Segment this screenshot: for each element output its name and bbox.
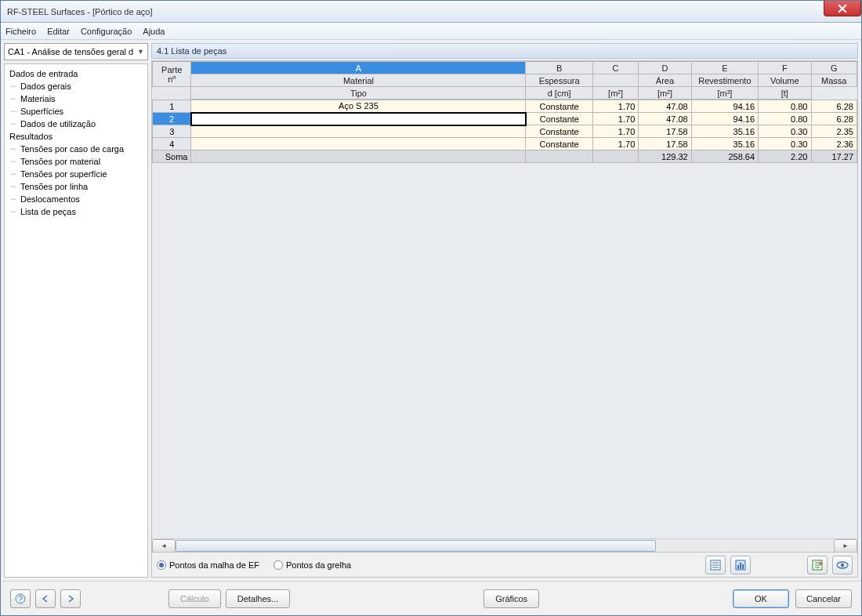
scroll-right-icon[interactable]: ►	[834, 539, 857, 553]
tree-item[interactable]: Tensões por caso de carga	[6, 143, 146, 155]
tree-item[interactable]: Superfícies	[6, 105, 146, 118]
col-G[interactable]: G	[811, 62, 857, 74]
calc-button[interactable]: Cálculo	[168, 589, 221, 608]
next-button[interactable]	[60, 589, 81, 608]
hdr-massa[interactable]: Massa	[811, 74, 857, 87]
table-row: 4 Constante 1.70 17.58 35.16 0.30 2.36	[153, 138, 857, 150]
radio-fe-points[interactable]: Pontos da malha de EF	[157, 560, 259, 570]
ok-button[interactable]: OK	[733, 589, 789, 608]
table-row: 3 Constante 1.70 17.58 35.16 0.30 2.35	[153, 125, 857, 138]
scroll-track[interactable]	[176, 539, 834, 553]
graphics-button[interactable]: Gráficos	[484, 589, 539, 608]
grid-container: Partenº A B C D E F G Material Espessura…	[151, 60, 858, 553]
toolbar-icon-2[interactable]	[730, 556, 751, 574]
nav-tree[interactable]: Dados de entrada Dados gerais Materiais …	[4, 63, 148, 578]
menu-config[interactable]: Configuração	[81, 27, 132, 36]
chevron-down-icon: ▼	[137, 48, 144, 56]
chart-icon	[735, 560, 746, 571]
sheet-icon	[710, 560, 721, 571]
tree-item[interactable]: Tensões por linha	[6, 180, 146, 193]
tree-group-input[interactable]: Dados de entrada	[6, 67, 146, 80]
svg-rect-2	[737, 565, 739, 569]
toolbar-icon-1[interactable]	[705, 556, 726, 574]
scrollbar-horizontal[interactable]: ◄ ►	[152, 538, 857, 552]
eye-icon	[836, 560, 849, 570]
help-button[interactable]: ?	[10, 589, 31, 608]
panel-header: 4.1 Lista de peças	[151, 43, 858, 59]
case-combo[interactable]: CA1 - Análise de tensões geral d ▼	[4, 43, 148, 60]
scroll-thumb[interactable]	[176, 540, 656, 552]
hdr-area[interactable]: Área	[639, 74, 691, 87]
tree-item[interactable]: Lista de peças	[6, 205, 146, 218]
app-window: RF-STEEL Surfaces - [Pórtico de aço] Fic…	[0, 0, 862, 616]
tree-item[interactable]: Tensões por superfície	[6, 168, 146, 180]
menu-file[interactable]: Ficheiro	[5, 27, 36, 36]
tree-item[interactable]: Materiais	[6, 92, 146, 105]
hdr-rev[interactable]: Revestimento	[691, 74, 758, 87]
hdr-massa-u[interactable]: [t]	[759, 87, 811, 100]
next-icon	[65, 593, 76, 604]
prev-icon	[40, 593, 51, 604]
tree-item[interactable]: Dados de utilização	[6, 118, 146, 130]
data-grid[interactable]: Partenº A B C D E F G Material Espessura…	[152, 61, 857, 100]
col-E[interactable]: E	[691, 62, 758, 74]
window-title: RF-STEEL Surfaces - [Pórtico de aço]	[7, 7, 152, 16]
hdr-material[interactable]: Material	[191, 74, 526, 87]
toolbar-icon-3[interactable]	[807, 556, 828, 574]
svg-rect-4	[742, 564, 744, 569]
grid-empty-area	[152, 163, 857, 538]
col-A[interactable]: A	[191, 62, 526, 74]
cancel-button[interactable]: Cancelar	[795, 589, 852, 608]
menu-edit[interactable]: Editar	[47, 27, 70, 36]
hdr-d-blank[interactable]	[592, 74, 638, 87]
tree-item[interactable]: Dados gerais	[6, 80, 146, 92]
prev-button[interactable]	[35, 589, 56, 608]
menubar: Ficheiro Editar Configuração Ajuda	[1, 23, 861, 40]
close-icon	[838, 4, 847, 13]
table-row: 2 Constante 1.70 47.08 94.16 0.80 6.28	[153, 113, 857, 125]
data-grid-body[interactable]: 1 Aço S 235 Constante 1.70 47.08 94.16 0…	[152, 100, 857, 163]
hdr-tipo[interactable]: Tipo	[191, 87, 526, 100]
toolbar-icon-4[interactable]	[832, 556, 853, 574]
col-F[interactable]: F	[759, 62, 811, 74]
col-B[interactable]: B	[526, 62, 592, 74]
body: CA1 - Análise de tensões geral d ▼ Dados…	[1, 40, 861, 581]
svg-rect-3	[740, 563, 741, 569]
col-parte[interactable]: Partenº	[153, 62, 191, 87]
svg-text:?: ?	[18, 594, 23, 603]
col-D[interactable]: D	[639, 62, 691, 74]
radio-dot-icon	[273, 560, 283, 570]
help-icon: ?	[15, 593, 26, 604]
details-button[interactable]: Detalhes...	[226, 589, 291, 608]
table-row: 1 Aço S 235 Constante 1.70 47.08 94.16 0…	[153, 100, 857, 113]
radio-dot-icon	[157, 560, 166, 570]
hdr-vol-u[interactable]: [m³]	[691, 87, 758, 100]
close-button[interactable]	[824, 1, 861, 16]
titlebar[interactable]: RF-STEEL Surfaces - [Pórtico de aço]	[1, 1, 861, 23]
scroll-left-icon[interactable]: ◄	[152, 539, 176, 553]
table-sum-row: Soma 129.32 258.64 2.20 17.27	[153, 150, 857, 163]
hdr-area-u[interactable]: [m²]	[592, 87, 638, 100]
footer: ? Cálculo Detalhes... Gráficos OK Cancel…	[1, 581, 861, 615]
options-bar: Pontos da malha de EF Pontos da grelha	[151, 553, 858, 578]
hdr-d[interactable]: d [cm]	[526, 87, 592, 100]
export-icon	[812, 560, 823, 571]
tree-item[interactable]: Deslocamentos	[6, 193, 146, 205]
hdr-rev-u[interactable]: [m²]	[639, 87, 691, 100]
combo-text: CA1 - Análise de tensões geral d	[8, 47, 133, 56]
col-C[interactable]: C	[592, 62, 638, 74]
hdr-vol[interactable]: Volume	[759, 74, 811, 87]
menu-help[interactable]: Ajuda	[143, 27, 165, 36]
tree-group-results[interactable]: Resultados	[6, 130, 146, 143]
right-panel: 4.1 Lista de peças Partenº A B C D E F G	[151, 43, 858, 578]
svg-point-7	[841, 563, 844, 566]
radio-grid-points[interactable]: Pontos da grelha	[273, 560, 351, 570]
left-panel: CA1 - Análise de tensões geral d ▼ Dados…	[4, 43, 148, 578]
tree-item[interactable]: Tensões por material	[6, 155, 146, 168]
hdr-esp[interactable]: Espessura	[526, 74, 592, 87]
